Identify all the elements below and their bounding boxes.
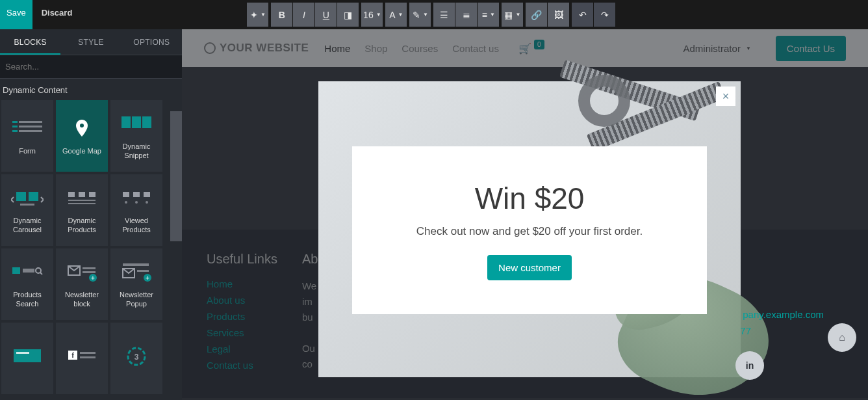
block-viewed-products[interactable]: Viewed Products <box>110 174 162 246</box>
magic-wand-button[interactable]: ✦▼ <box>247 3 268 27</box>
svg-rect-33 <box>123 263 149 266</box>
countdown-icon: 3 <box>117 343 156 369</box>
editor-toolbar: ✦▼ B I U ◨ 16▼ A▼ ✎▼ ☰ ≣ ≡▼ ▦▼ 🔗 🖼 <box>242 0 615 29</box>
section-dynamic-content: Dynamic Content <box>0 79 179 100</box>
ordered-list-button[interactable]: ≣ <box>455 3 477 27</box>
section-invisible-elements: Invisible Elements <box>0 394 179 397</box>
linkedin-icon[interactable]: in <box>735 351 764 380</box>
svg-point-26 <box>36 268 41 273</box>
svg-rect-42 <box>80 352 96 354</box>
scrollbar-thumb[interactable] <box>170 111 182 241</box>
block-dynamic-products[interactable]: Dynamic Products <box>56 174 108 246</box>
svg-line-27 <box>40 273 42 274</box>
svg-rect-1 <box>19 121 42 123</box>
font-color-button[interactable]: A▼ <box>385 3 407 27</box>
block-newsletter-popup[interactable]: +Newsletter Popup <box>110 248 162 320</box>
svg-rect-43 <box>80 356 96 358</box>
svg-rect-20 <box>144 192 150 197</box>
block-extra-3[interactable]: 3 <box>110 323 162 394</box>
svg-rect-3 <box>19 126 42 127</box>
svg-rect-35 <box>137 270 149 272</box>
viewed-icon <box>117 186 156 212</box>
svg-point-23 <box>146 201 148 204</box>
bold-button[interactable]: B <box>271 3 292 27</box>
svg-rect-5 <box>19 130 42 132</box>
footer-phone[interactable]: 77 <box>740 325 751 336</box>
modal-subtitle: Check out now and get $20 off your first… <box>416 225 643 238</box>
svg-rect-19 <box>133 192 140 197</box>
svg-rect-12 <box>20 204 34 206</box>
modal-title: Win $20 <box>475 181 585 216</box>
snippet-icon <box>117 112 156 138</box>
svg-text:+: + <box>146 274 149 282</box>
block-newsletter[interactable]: +Newsletter block <box>56 248 108 320</box>
svg-rect-24 <box>12 267 20 274</box>
products-icon <box>62 186 101 212</box>
svg-rect-0 <box>12 121 18 123</box>
font-size-value: 16 <box>363 10 374 20</box>
modal-content: Win $20 Check out now and get $20 off yo… <box>352 146 707 314</box>
redo-button[interactable]: ↷ <box>594 3 615 27</box>
eraser-button[interactable]: ◨ <box>337 3 359 27</box>
svg-rect-10 <box>16 192 26 201</box>
svg-rect-25 <box>23 269 34 273</box>
newsletter-icon: + <box>62 260 101 286</box>
unordered-list-button[interactable]: ☰ <box>433 3 455 27</box>
link-button[interactable]: 🔗 <box>526 3 547 27</box>
footer-email[interactable]: pany.example.com <box>743 309 824 320</box>
svg-text:+: + <box>91 274 95 282</box>
save-button[interactable]: Save <box>0 0 32 29</box>
svg-rect-18 <box>123 192 129 197</box>
block-search-input[interactable] <box>0 55 182 79</box>
svg-rect-13 <box>68 192 75 197</box>
svg-point-6 <box>80 124 84 127</box>
svg-rect-7 <box>121 116 131 128</box>
carousel-icon <box>8 186 47 212</box>
tab-options[interactable]: OPTIONS <box>121 29 182 55</box>
home-float-button[interactable]: ⌂ <box>828 323 856 352</box>
font-size-select[interactable]: 16▼ <box>361 3 383 27</box>
block-extra-1[interactable] <box>1 323 53 394</box>
svg-text:3: 3 <box>134 353 139 362</box>
svg-rect-38 <box>14 349 41 362</box>
new-customer-button[interactable]: New customer <box>487 255 572 280</box>
svg-rect-29 <box>83 267 96 269</box>
block-products-search[interactable]: Products Search <box>1 248 53 320</box>
block-form[interactable]: Form <box>1 100 53 172</box>
editor-sidebar: BLOCKS STYLE OPTIONS Dynamic Content For… <box>0 29 182 400</box>
italic-button[interactable]: I <box>293 3 314 27</box>
block-extra-2[interactable]: f <box>56 323 108 394</box>
svg-rect-30 <box>83 271 96 273</box>
svg-rect-8 <box>132 116 141 128</box>
svg-rect-39 <box>16 352 29 354</box>
card-icon <box>8 343 47 369</box>
svg-point-22 <box>135 201 138 204</box>
tab-style[interactable]: STYLE <box>60 29 121 55</box>
facebook-icon: f <box>62 343 101 369</box>
svg-rect-4 <box>12 130 18 132</box>
popup-modal: × Win $20 Check out now and get $20 off … <box>318 81 741 377</box>
discard-button[interactable]: Discard <box>32 0 82 29</box>
block-dynamic-carousel[interactable]: Dynamic Carousel <box>1 174 53 246</box>
newsletter-popup-icon: + <box>117 260 156 286</box>
svg-rect-15 <box>89 192 96 197</box>
form-icon <box>8 116 47 142</box>
svg-point-21 <box>125 201 127 204</box>
svg-rect-14 <box>79 192 85 197</box>
search-icon <box>8 260 47 286</box>
undo-button[interactable]: ↶ <box>572 3 593 27</box>
align-button[interactable]: ≡▼ <box>478 3 499 27</box>
table-button[interactable]: ▦▼ <box>502 3 523 27</box>
svg-rect-9 <box>142 116 151 128</box>
block-google-map[interactable]: Google Map <box>56 100 108 172</box>
svg-rect-11 <box>29 192 38 201</box>
modal-close-button[interactable]: × <box>716 87 735 106</box>
svg-text:f: f <box>71 351 74 359</box>
image-button[interactable]: 🖼 <box>548 3 569 27</box>
block-dynamic-snippet[interactable]: Dynamic Snippet <box>110 100 162 172</box>
highlight-button[interactable]: ✎▼ <box>409 3 431 27</box>
svg-rect-16 <box>68 200 96 201</box>
svg-rect-2 <box>12 126 18 127</box>
tab-blocks[interactable]: BLOCKS <box>0 29 60 55</box>
underline-button[interactable]: U <box>315 3 337 27</box>
